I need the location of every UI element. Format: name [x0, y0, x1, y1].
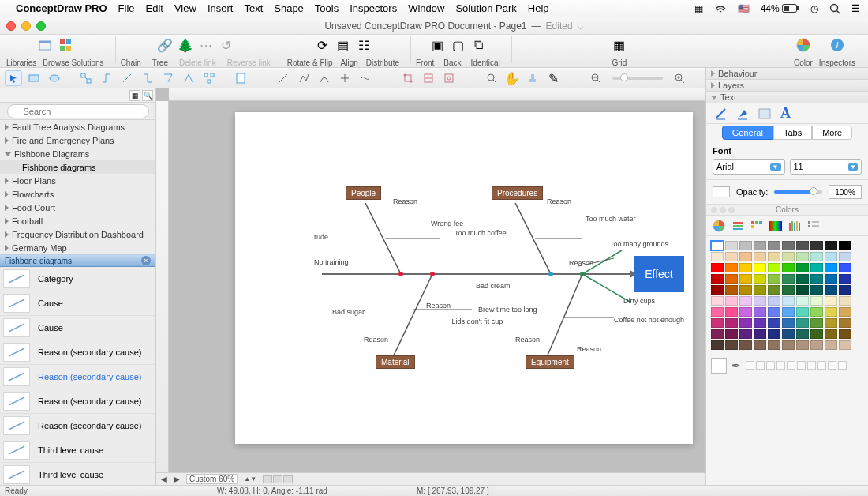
magnify-tool[interactable]	[483, 70, 500, 86]
color-swatch[interactable]	[782, 340, 795, 350]
color-swatch[interactable]	[839, 252, 851, 261]
arc-tool[interactable]	[336, 70, 354, 86]
back-icon[interactable]: ▢	[450, 37, 466, 53]
color-swatch[interactable]	[768, 263, 780, 272]
fishbone-diagram[interactable]	[235, 112, 693, 444]
effect-box[interactable]: Effect	[634, 256, 684, 292]
color-swatch[interactable]	[839, 329, 851, 339]
color-swatch[interactable]	[810, 285, 823, 295]
color-swatch[interactable]	[782, 307, 795, 317]
color-swatch[interactable]	[810, 241, 823, 250]
stencil-item[interactable]: Reason (secondary cause)	[0, 340, 155, 365]
color-swatch[interactable]	[796, 340, 809, 350]
category-material[interactable]: Material	[376, 355, 415, 369]
color-slot[interactable]	[746, 361, 754, 370]
minimize-window-button[interactable]	[21, 21, 31, 31]
menu-window[interactable]: Window	[408, 2, 444, 14]
title-dropdown-icon[interactable]: ⌵	[578, 21, 583, 32]
library-item[interactable]: Germany Map	[0, 241, 155, 254]
color-swatch[interactable]	[739, 252, 752, 261]
app-name[interactable]: ConceptDraw PRO	[16, 2, 107, 14]
color-swatch[interactable]	[796, 318, 809, 328]
stencil-item[interactable]: Reason (secondary cause)	[0, 389, 155, 414]
pencil-tool[interactable]: ✎	[544, 70, 562, 86]
clock-icon[interactable]: ◷	[810, 3, 818, 14]
color-swatch[interactable]	[810, 252, 823, 261]
conn-tool-7[interactable]	[200, 70, 218, 86]
color-swatch[interactable]	[711, 307, 724, 317]
snap-tool-2[interactable]	[420, 70, 437, 86]
font-family-select[interactable]: Arial▼	[713, 159, 785, 175]
color-swatch[interactable]	[754, 252, 766, 261]
color-swatch[interactable]	[725, 340, 738, 350]
color-slot[interactable]	[787, 361, 795, 370]
color-swatch[interactable]	[825, 296, 837, 306]
color-swatch[interactable]	[839, 318, 851, 328]
bezier-tool[interactable]	[357, 70, 374, 86]
color-swatch[interactable]	[711, 296, 724, 306]
color-swatch[interactable]	[768, 274, 780, 284]
front-icon[interactable]: ▣	[429, 37, 445, 53]
color-swatch[interactable]	[725, 318, 738, 328]
library-item[interactable]: Frequency Distribution Dashboard	[0, 227, 155, 241]
color-swatch[interactable]	[768, 296, 780, 306]
color-spectrum-tool[interactable]	[769, 221, 782, 231]
color-swatch[interactable]	[825, 318, 837, 328]
color-swatch[interactable]	[839, 285, 851, 295]
color-swatch[interactable]	[754, 340, 766, 350]
tab-more[interactable]: More	[812, 126, 852, 140]
color-swatch[interactable]	[796, 263, 809, 272]
color-swatch[interactable]	[739, 307, 752, 317]
color-swatch[interactable]	[782, 241, 795, 250]
snap-tool-1[interactable]	[399, 70, 417, 86]
fullscreen-window-button[interactable]	[36, 21, 46, 31]
opacity-value[interactable]: 100%	[829, 185, 862, 199]
color-swatch[interactable]	[782, 329, 795, 339]
color-swatch[interactable]	[839, 340, 851, 350]
ruler-horizontal[interactable]	[169, 88, 705, 101]
library-item[interactable]: Fault Tree Analysis Diagrams	[0, 120, 155, 133]
font-size-select[interactable]: 11▼	[790, 159, 862, 175]
library-item[interactable]: Food Court	[0, 201, 155, 214]
library-item[interactable]: Fishbone Diagrams	[0, 147, 155, 160]
color-swatch[interactable]	[839, 307, 851, 317]
color-swatch[interactable]	[739, 318, 752, 328]
color-swatch[interactable]	[725, 241, 738, 250]
color-swatch[interactable]	[810, 296, 823, 306]
category-procedures[interactable]: Procedures	[492, 186, 543, 200]
color-swatch[interactable]	[711, 252, 724, 261]
color-swatch[interactable]	[754, 296, 766, 306]
color-swatch[interactable]	[796, 296, 809, 306]
color-swatch[interactable]	[810, 329, 823, 339]
color-wheel-icon[interactable]	[795, 37, 811, 53]
lib-view-grid[interactable]: ▦	[129, 90, 140, 101]
libraries-label[interactable]: Libraries	[6, 58, 36, 67]
menu-text[interactable]: Text	[244, 2, 263, 14]
color-slot[interactable]	[756, 361, 765, 370]
menu-list-icon[interactable]: ☰	[851, 3, 860, 14]
hand-tool[interactable]: ✋	[503, 70, 521, 86]
text-font-icon[interactable]: A	[780, 105, 791, 122]
library-subitem[interactable]: Fishbone diagrams	[0, 160, 155, 174]
color-swatch[interactable]	[754, 263, 766, 272]
color-swatch[interactable]	[754, 274, 766, 284]
opacity-swatch[interactable]	[713, 186, 730, 197]
panel-text[interactable]: Text	[706, 92, 868, 103]
color-swatch[interactable]	[768, 252, 780, 261]
panel-behaviour[interactable]: Behaviour	[706, 68, 868, 80]
color-swatch[interactable]	[739, 241, 752, 250]
color-slot[interactable]	[817, 361, 826, 370]
libraries-icon[interactable]	[37, 37, 53, 53]
zoom-out-button[interactable]	[587, 70, 604, 86]
current-color-swatch[interactable]	[711, 358, 727, 374]
stencil-item[interactable]: Cause	[0, 316, 155, 340]
color-swatch[interactable]	[810, 274, 823, 284]
chain-icon[interactable]: 🔗	[157, 37, 173, 53]
color-swatch[interactable]	[739, 329, 752, 339]
tab-general[interactable]: General	[722, 126, 773, 140]
color-swatch[interactable]	[768, 318, 780, 328]
stencil-item[interactable]: Third level cause	[0, 438, 155, 463]
color-swatch[interactable]	[768, 340, 780, 350]
color-sliders-tool[interactable]	[731, 220, 744, 231]
color-swatch[interactable]	[839, 263, 851, 272]
